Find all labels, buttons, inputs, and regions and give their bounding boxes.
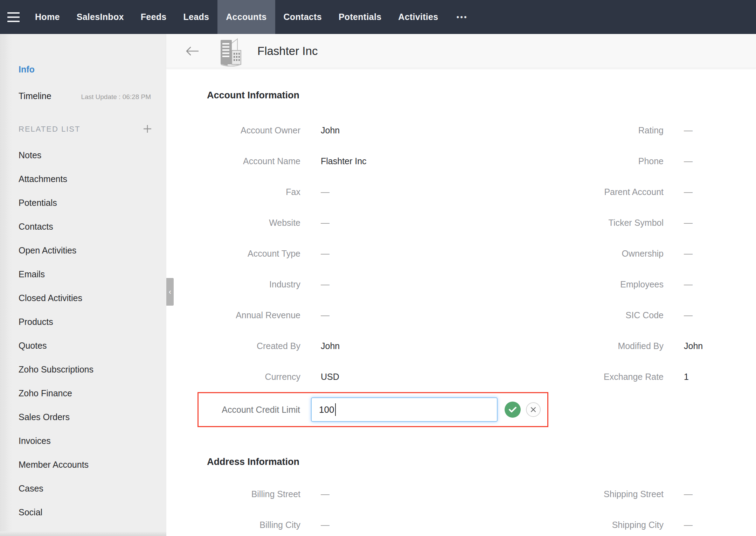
back-button[interactable]	[185, 46, 199, 56]
field-value[interactable]: —	[684, 156, 693, 166]
section-title-address-information: Address Information	[207, 457, 756, 467]
nav-tab-potentials[interactable]: Potentials	[330, 0, 390, 34]
text-cursor	[335, 403, 336, 416]
check-icon	[508, 406, 517, 413]
field-row: Website—	[207, 207, 481, 238]
field-value[interactable]: —	[684, 279, 693, 290]
field-label: Employees	[481, 279, 664, 290]
field-label: Created By	[207, 341, 300, 351]
field-value[interactable]: 1	[684, 372, 689, 382]
plus-icon	[143, 124, 152, 134]
nav-tab-leads[interactable]: Leads	[175, 0, 217, 34]
sidebar-item-info[interactable]: Info	[19, 64, 166, 75]
sidebar-item-zoho-subscriptions[interactable]: Zoho Subscriptions	[0, 357, 166, 381]
sidebar-bottom-edge	[0, 531, 166, 536]
field-value[interactable]: —	[684, 489, 693, 499]
field-row: Annual Revenue—	[207, 300, 481, 330]
field-label: Ticker Symbol	[481, 218, 664, 228]
field-row: SIC Code—	[481, 300, 756, 330]
nav-tabs: Home SalesInbox Feeds Leads Accounts Con…	[27, 0, 447, 34]
field-row: Billing City—	[207, 509, 481, 536]
field-label: Exchange Rate	[481, 372, 664, 382]
nav-tab-feeds[interactable]: Feeds	[132, 0, 175, 34]
field-row: Account Type—	[207, 238, 481, 269]
field-value[interactable]: —	[321, 520, 330, 530]
cancel-button[interactable]	[526, 402, 541, 417]
nav-tab-home[interactable]: Home	[27, 0, 68, 34]
nav-tab-activities[interactable]: Activities	[390, 0, 446, 34]
sidebar-item-timeline[interactable]: Timeline Last Update : 06:28 PM	[19, 91, 151, 102]
confirm-button[interactable]	[505, 402, 521, 418]
sidebar-item-attachments[interactable]: Attachments	[0, 167, 166, 191]
add-related-list-button[interactable]	[143, 124, 152, 134]
menu-icon[interactable]	[0, 0, 27, 34]
field-row: Rating—	[481, 115, 756, 146]
close-icon	[530, 406, 536, 413]
field-value[interactable]: —	[321, 310, 330, 320]
sidebar-item-closed-activities[interactable]: Closed Activities	[0, 286, 166, 310]
field-value[interactable]: —	[321, 489, 330, 499]
field-row: Ticker Symbol—	[481, 207, 756, 238]
sidebar-item-potentials[interactable]: Potentials	[0, 191, 166, 215]
sidebar-item-contacts[interactable]: Contacts	[0, 215, 166, 238]
field-label: Shipping Street	[481, 489, 664, 499]
sidebar: Info Timeline Last Update : 06:28 PM REL…	[0, 34, 166, 536]
field-label: Annual Revenue	[207, 310, 300, 320]
field-value[interactable]: —	[684, 125, 693, 135]
sidebar-item-notes[interactable]: Notes	[0, 143, 166, 167]
section-title-account-information: Account Information	[207, 90, 756, 101]
field-row: Parent Account—	[481, 176, 756, 207]
nav-tab-accounts[interactable]: Accounts	[217, 0, 275, 34]
field-value[interactable]: Flashter Inc	[321, 156, 367, 166]
field-value[interactable]: John	[684, 341, 703, 351]
field-label: Rating	[481, 125, 664, 135]
field-value[interactable]: —	[321, 218, 330, 228]
page-title: Flashter Inc	[257, 44, 318, 58]
sidebar-item-quotes[interactable]: Quotes	[0, 334, 166, 357]
field-row: Shipping Street—	[481, 479, 756, 509]
field-value[interactable]: —	[684, 520, 693, 530]
record-detail: Account Information Account OwnerJohn Ac…	[166, 90, 756, 536]
more-tabs-icon[interactable]: •••	[447, 0, 478, 34]
sidebar-item-emails[interactable]: Emails	[0, 262, 166, 286]
sidebar-item-invoices[interactable]: Invoices	[0, 429, 166, 453]
field-value[interactable]: —	[684, 218, 693, 228]
sidebar-item-products[interactable]: Products	[0, 310, 166, 334]
sidebar-item-member-accounts[interactable]: Member Accounts	[0, 453, 166, 476]
account-credit-limit-input[interactable]: 100	[311, 397, 498, 422]
record-header: Flashter Inc	[166, 34, 756, 68]
field-value[interactable]: —	[321, 279, 330, 290]
top-navbar: Home SalesInbox Feeds Leads Accounts Con…	[0, 0, 756, 34]
field-value[interactable]: —	[321, 249, 330, 259]
field-value[interactable]: USD	[321, 372, 339, 382]
sidebar-item-cases[interactable]: Cases	[0, 476, 166, 500]
nav-tab-contacts[interactable]: Contacts	[275, 0, 330, 34]
nav-tab-salesinbox[interactable]: SalesInbox	[68, 0, 132, 34]
field-value[interactable]: John	[321, 341, 340, 351]
field-label: Phone	[481, 156, 664, 166]
field-label: Industry	[207, 279, 300, 290]
field-row: Modified ByJohn	[481, 330, 756, 361]
sidebar-item-social[interactable]: Social	[0, 500, 166, 524]
main-panel: Flashter Inc Account Information Account…	[166, 34, 756, 536]
related-list-heading: RELATED LIST	[19, 124, 80, 134]
field-value[interactable]: —	[684, 310, 693, 320]
building-icon	[217, 36, 242, 67]
field-value[interactable]: —	[684, 187, 693, 197]
field-value[interactable]: —	[321, 187, 330, 197]
field-row: CurrencyUSD	[207, 361, 481, 392]
related-list: Notes Attachments Potentials Contacts Op…	[0, 143, 166, 524]
field-row: Phone—	[481, 146, 756, 176]
sidebar-item-zoho-finance[interactable]: Zoho Finance	[0, 381, 166, 405]
sidebar-item-open-activities[interactable]: Open Activities	[0, 238, 166, 262]
sidebar-item-sales-orders[interactable]: Sales Orders	[0, 405, 166, 429]
field-label: Account Owner	[207, 125, 300, 135]
field-label: Ownership	[481, 249, 664, 259]
sidebar-collapse-handle[interactable]: ‹	[166, 278, 174, 306]
field-row: Employees—	[481, 269, 756, 300]
field-label: Account Type	[207, 249, 300, 259]
field-label: Website	[207, 218, 300, 228]
field-label: Account Name	[207, 156, 300, 166]
field-value[interactable]: —	[684, 249, 693, 259]
field-value[interactable]: John	[321, 125, 340, 135]
